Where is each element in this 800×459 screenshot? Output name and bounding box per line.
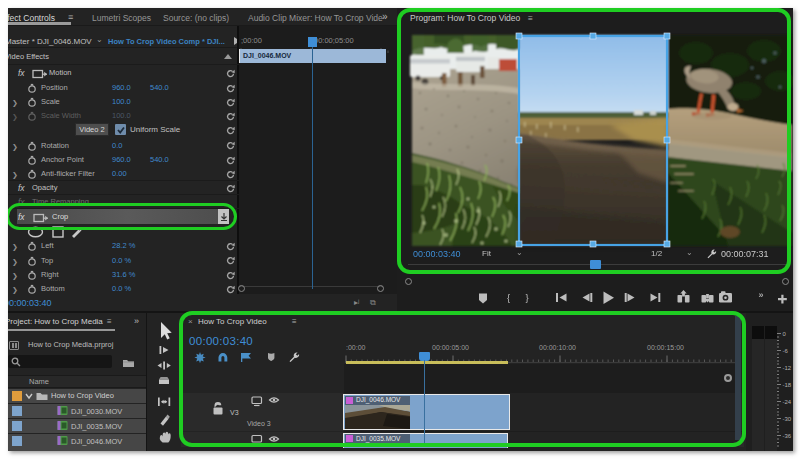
svg-text:-6: -6 xyxy=(783,348,789,354)
svg-text:-24: -24 xyxy=(783,399,792,405)
svg-text:»: » xyxy=(759,290,764,300)
svg-text:-30: -30 xyxy=(783,416,792,422)
svg-text:}: } xyxy=(526,292,529,303)
svg-text:-12: -12 xyxy=(783,365,792,371)
svg-text:-18: -18 xyxy=(783,382,792,388)
svg-text:{: { xyxy=(507,292,510,303)
svg-text:-36: -36 xyxy=(783,433,792,439)
svg-text:0: 0 xyxy=(783,331,787,337)
